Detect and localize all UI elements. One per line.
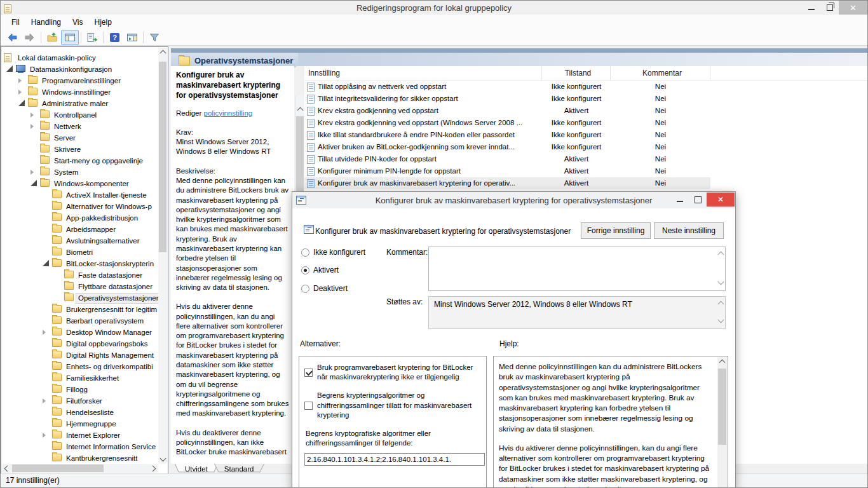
up-one-level-button[interactable] <box>43 30 61 45</box>
tree-item[interactable]: App-pakkedistribusjon <box>1 212 158 224</box>
scroll-up-arrow-icon[interactable] <box>158 48 167 57</box>
tree-item[interactable]: Desktop Window Manager <box>1 327 158 338</box>
setting-row[interactable]: Konfigurer bruk av maskinvarebasert kryp… <box>304 177 710 189</box>
tree-item[interactable]: Hendelsesliste <box>1 407 158 418</box>
tree-item[interactable]: Avslutningsalternativer <box>1 235 158 247</box>
tree-item[interactable]: Brukergrensesnitt for legitim <box>1 304 158 315</box>
tree-item[interactable]: Flyttbare datastasjoner <box>1 281 158 292</box>
scrollbar-thumb[interactable] <box>159 62 166 252</box>
back-button[interactable] <box>3 30 21 45</box>
software-encryption-option[interactable]: Bruk programvarebasert kryptering for Bi… <box>304 363 481 382</box>
tree-item[interactable]: Biometri <box>1 247 158 258</box>
collapse-arrow-icon[interactable] <box>43 260 49 266</box>
dialog-close-button[interactable]: ✕ <box>707 193 735 207</box>
scroll-down-arrow-icon[interactable] <box>719 317 723 326</box>
expand-arrow-icon[interactable] <box>43 398 46 403</box>
column-header-kommentar[interactable]: Kommentar <box>611 66 710 80</box>
setting-row[interactable]: Tillat integritetsvalidering for sikker … <box>304 93 710 105</box>
setting-row[interactable]: Tillat utvidede PIN-koder for oppstartAk… <box>304 153 710 165</box>
minimize-button[interactable] <box>802 1 820 15</box>
filter-button[interactable] <box>146 30 163 45</box>
scroll-up-arrow-icon[interactable] <box>295 105 304 114</box>
restrict-algorithms-option[interactable]: Begrens krypteringsalgoritmer og chiffre… <box>304 391 481 420</box>
allowed-algorithms-input[interactable] <box>304 453 485 466</box>
tree-item[interactable]: Server <box>1 132 158 144</box>
scroll-up-arrow-icon[interactable] <box>717 357 727 366</box>
expand-arrow-icon[interactable] <box>31 112 34 118</box>
scroll-up-arrow-icon[interactable] <box>719 299 723 308</box>
tree-item[interactable]: Enhets- og driverkompatibi <box>1 361 158 372</box>
tree-item[interactable]: Administrative maler <box>1 98 158 109</box>
tree-item[interactable]: Filutforsker <box>1 395 158 407</box>
tree-item[interactable]: Windows-innstillinger <box>1 86 158 98</box>
tree-item[interactable]: Programvareinnstillinger <box>1 75 158 86</box>
expand-arrow-icon[interactable] <box>31 124 34 129</box>
tree-item[interactable]: Internet Information Service <box>1 441 158 452</box>
dialog-maximize-button[interactable] <box>689 193 707 207</box>
scroll-up-arrow-icon[interactable] <box>719 250 723 259</box>
next-setting-button[interactable]: Neste innstilling <box>654 222 724 239</box>
checkbox-software-encryption[interactable] <box>304 369 313 377</box>
scrollbar-thumb[interactable] <box>718 369 726 445</box>
tab-utvidet[interactable]: Utvidet <box>175 464 218 474</box>
column-header-tilstand[interactable]: Tilstand <box>542 66 611 80</box>
tree-item[interactable]: Hjemmegruppe <box>1 418 158 430</box>
show-action-pane-button[interactable] <box>123 30 141 45</box>
radio-icon[interactable] <box>301 248 309 257</box>
scroll-down-arrow-icon[interactable] <box>719 279 723 288</box>
tree-vertical-scrollbar[interactable] <box>158 48 167 464</box>
setting-row[interactable]: Aktiver bruken av BitLocker-godkjenning … <box>304 141 710 153</box>
tree-item[interactable]: Faste datastasjoner <box>1 269 158 281</box>
expand-arrow-icon[interactable] <box>18 78 22 83</box>
forward-button[interactable] <box>21 30 39 45</box>
radio-icon[interactable] <box>301 266 309 274</box>
menu-vis[interactable]: Vis <box>67 16 88 29</box>
close-button[interactable]: ✕ <box>839 1 867 15</box>
expand-arrow-icon[interactable] <box>18 90 22 95</box>
help-button[interactable]: ? <box>105 30 123 45</box>
column-header-innstilling[interactable]: Innstilling <box>304 66 542 80</box>
tree-item[interactable]: Digital oppbevaringsboks <box>1 338 158 349</box>
tree-item[interactable]: Arbeidsmapper <box>1 224 158 235</box>
menu-handling[interactable]: Handling <box>25 16 67 29</box>
previous-setting-button[interactable]: Forrige innstilling <box>581 222 651 239</box>
setting-row[interactable]: Ikke tillat standardbrukere å endre PIN-… <box>304 129 710 141</box>
tree-item[interactable]: Bærbart operativsystem <box>1 315 158 327</box>
tree-item[interactable]: Kontrollpanel <box>1 109 158 121</box>
collapse-arrow-icon[interactable] <box>6 65 13 72</box>
tree-horizontal-scrollbar[interactable] <box>2 464 158 473</box>
checkbox-restrict-algorithms[interactable] <box>304 402 313 410</box>
tree-item[interactable]: Fillogg <box>1 384 158 395</box>
expand-arrow-icon[interactable] <box>43 433 46 438</box>
tree-item[interactable]: Nettverk <box>1 121 158 132</box>
export-list-button[interactable] <box>83 30 101 45</box>
setting-row[interactable]: Konfigurer minimum PIN-lengde for oppsta… <box>304 165 710 177</box>
help-scrollbar[interactable] <box>717 357 727 488</box>
restore-button[interactable] <box>820 1 839 15</box>
collapse-arrow-icon[interactable] <box>31 180 37 186</box>
setting-row[interactable]: Krev ekstra godkjenning ved oppstartAkti… <box>304 105 710 117</box>
dialog-minimize-button[interactable] <box>671 193 689 207</box>
radio-option-aktivert[interactable]: Aktivert <box>301 266 339 274</box>
tree-item[interactable]: ActiveX Installer-tjeneste <box>1 189 158 201</box>
tree-item[interactable]: Familiesikkerhet <box>1 372 158 384</box>
tree-item[interactable]: System <box>1 166 158 178</box>
radio-option-ikke-konfigurert[interactable]: Ikke konfigurert <box>301 248 365 257</box>
tree-item[interactable]: Windows-komponenter <box>1 178 158 189</box>
tab-standard[interactable]: Standard <box>214 464 264 474</box>
scroll-down-arrow-icon[interactable] <box>158 455 167 464</box>
tree-item[interactable]: Internet Explorer <box>1 430 158 441</box>
radio-icon[interactable] <box>301 285 309 293</box>
tree-item[interactable]: Operativsystemstasjoner <box>1 292 158 304</box>
scroll-right-arrow-icon[interactable] <box>149 464 158 473</box>
setting-row[interactable]: Krev ekstra godkjenning ved oppstart (Wi… <box>304 117 710 129</box>
expand-arrow-icon[interactable] <box>43 330 46 335</box>
show-console-tree-button[interactable] <box>61 30 79 45</box>
tree-item[interactable]: Datamaskinkonfigurasjon <box>1 64 158 75</box>
scrollbar-thumb[interactable] <box>12 464 104 472</box>
menu-hjelp[interactable]: Hjelp <box>89 16 118 29</box>
radio-option-deaktivert[interactable]: Deaktivert <box>301 284 348 293</box>
tree-item[interactable]: Digital Rights Management <box>1 349 158 361</box>
tree-item[interactable]: Lokal datamaskin-policy <box>1 52 158 64</box>
comment-input[interactable] <box>428 247 726 291</box>
